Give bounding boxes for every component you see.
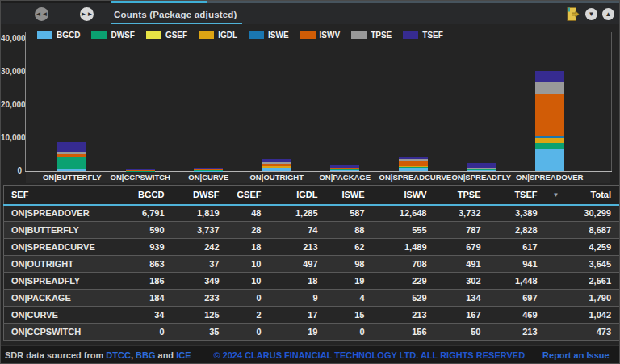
sort-desc-icon[interactable]: ▼ <box>553 191 559 199</box>
count-cell: 213 <box>272 239 329 256</box>
bar-segment-bgcd[interactable] <box>399 168 428 171</box>
count-cell: 37 <box>175 256 230 273</box>
link-ice[interactable]: ICE <box>176 350 191 360</box>
chevron-down-icon: ▼ <box>589 11 595 18</box>
export-button[interactable] <box>566 6 580 22</box>
bar-on-outright <box>262 159 291 171</box>
count-cell: 302 <box>438 273 492 290</box>
bar-on-package <box>330 165 359 171</box>
bar-segment-dwsf[interactable] <box>57 157 86 169</box>
count-cell: 8,687 <box>548 222 620 239</box>
count-cell: 1,790 <box>548 290 620 307</box>
expand-all-button[interactable]: ▲ <box>602 8 614 20</box>
skip-forward-button[interactable]: ►► <box>80 7 94 21</box>
chevron-up-icon: ▲ <box>605 11 612 18</box>
bar-segment-tsef[interactable] <box>57 142 86 152</box>
column-header-tpse[interactable]: TPSE <box>438 186 492 205</box>
bar-segment-bgcd[interactable] <box>535 149 564 171</box>
stacked-bar-chart: BGCDDWSFGSEFIGDLISWEISWVTPSETSEF 40,0003… <box>1 24 619 183</box>
bar-segment-bgcd[interactable] <box>57 169 86 171</box>
count-cell: 62 <box>329 239 375 256</box>
table-row[interactable]: ON|OUTRIGHT8633710497987084919413,645 <box>4 256 620 273</box>
count-cell: 708 <box>375 256 438 273</box>
table-row[interactable]: ON|PACKAGE1842330945291346971,790 <box>4 290 620 307</box>
bar-segment-bgcd[interactable] <box>467 170 496 171</box>
count-cell: 0 <box>230 290 272 307</box>
link-dtcc[interactable]: DTCC <box>106 350 131 360</box>
count-cell: 617 <box>492 239 548 256</box>
x-axis-label: ON|SPREADCURVE <box>379 173 448 182</box>
table-row[interactable]: ON|SPREADCURVE93924218213621,4896796174,… <box>4 239 620 256</box>
column-header-dwsf[interactable]: DWSF <box>175 186 230 205</box>
column-header-bgcd[interactable]: BGCD <box>125 186 175 205</box>
link-bbg[interactable]: BBG <box>136 350 155 360</box>
count-cell: 15 <box>329 307 375 324</box>
count-cell: 491 <box>438 256 492 273</box>
bar-segment-iswv[interactable] <box>535 94 564 136</box>
column-header-label: SEF <box>11 190 28 199</box>
y-axis-line <box>25 32 26 171</box>
y-tick-label: 0 <box>1 166 22 175</box>
count-cell: 3,645 <box>548 256 620 273</box>
count-cell: 28 <box>230 222 272 239</box>
table-row[interactable]: ON|CURVE34125217152131674691,042 <box>4 307 620 324</box>
bar-segment-dwsf[interactable] <box>535 143 564 149</box>
tab-counts-package-adjusted[interactable]: Counts (Package adjusted) <box>114 6 237 24</box>
sef-cell: ON|SPREADCURVE <box>4 239 125 256</box>
y-tick-label: 20,000 <box>1 100 22 109</box>
count-cell: 0 <box>125 324 175 341</box>
sef-cell: ON|SPREADOVER <box>4 205 125 222</box>
count-cell: 1,042 <box>548 307 620 324</box>
table-row[interactable]: ON|SPREADFLY1863491018192293021,4482,561 <box>4 273 620 290</box>
count-cell: 50 <box>438 324 492 341</box>
count-cell: 2,828 <box>492 222 548 239</box>
count-cell: 18 <box>272 273 329 290</box>
and-text: and <box>155 350 176 360</box>
x-axis-label: ON|BUTTERFLY <box>38 173 107 182</box>
sdr-view-window: ◄◄ ►► Counts (Package adjusted) ▼ ▲ BG <box>0 0 620 364</box>
skip-back-button[interactable]: ◄◄ <box>35 7 48 21</box>
count-cell: 590 <box>125 222 175 239</box>
table-row[interactable]: ON|SPREADOVER6,7911,819481,28558712,6483… <box>4 205 620 222</box>
bar-segment-tsef[interactable] <box>535 71 564 82</box>
table-row[interactable]: ON|CCPSWITCH035019015650213473 <box>4 324 620 341</box>
count-cell: 184 <box>125 290 175 307</box>
count-cell: 233 <box>175 290 230 307</box>
column-header-iswv[interactable]: ISWV <box>375 186 438 205</box>
column-header-igdl[interactable]: IGDL <box>272 186 329 205</box>
y-tick-label: 30,000 <box>1 67 22 76</box>
y-tick-label: 10,000 <box>1 133 22 142</box>
count-cell: 2,561 <box>548 273 620 290</box>
count-cell: 19 <box>272 324 329 341</box>
bar-segment-bgcd[interactable] <box>330 170 359 171</box>
report-issue-link[interactable]: Report an Issue <box>542 350 610 360</box>
y-tick-label: 40,000 <box>1 34 22 43</box>
copyright-text: © 2024 CLARUS FINANCIAL TECHNOLOGY LTD. … <box>213 350 525 360</box>
count-cell: 349 <box>175 273 230 290</box>
count-cell: 88 <box>329 222 375 239</box>
count-cell: 473 <box>548 324 620 341</box>
count-cell: 497 <box>272 256 329 273</box>
column-header-sef[interactable]: SEF <box>4 186 125 205</box>
door-arrow-icon <box>566 6 580 22</box>
count-cell: 10 <box>230 273 272 290</box>
bar-segment-tpse[interactable] <box>535 82 564 94</box>
column-header-gsef[interactable]: GSEF <box>230 186 272 205</box>
table-row[interactable]: ON|BUTTERFLY5903,7372874885557872,8288,6… <box>4 222 620 239</box>
sdr-source-text: SDR data sourced from <box>5 350 103 360</box>
x-axis-label: ON|PACKAGE <box>311 173 379 182</box>
collapse-all-button[interactable]: ▼ <box>585 8 597 20</box>
column-header-label: TSEF <box>514 190 537 199</box>
column-header-label: TPSE <box>458 190 481 199</box>
bar-segment-bgcd[interactable] <box>262 168 291 171</box>
count-cell: 529 <box>375 290 438 307</box>
column-header-label: IGDL <box>296 190 317 199</box>
column-header-iswe[interactable]: ISWE <box>329 186 375 205</box>
x-axis-line <box>25 171 612 172</box>
status-bar: SDR data sourced from DTCC , BBG and ICE… <box>1 345 619 363</box>
column-header-total[interactable]: ▼Total <box>548 186 620 205</box>
count-cell: 2 <box>230 307 272 324</box>
column-header-tsef[interactable]: TSEF <box>492 186 548 205</box>
sef-cell: ON|PACKAGE <box>4 290 125 307</box>
count-cell: 12,648 <box>375 205 438 222</box>
